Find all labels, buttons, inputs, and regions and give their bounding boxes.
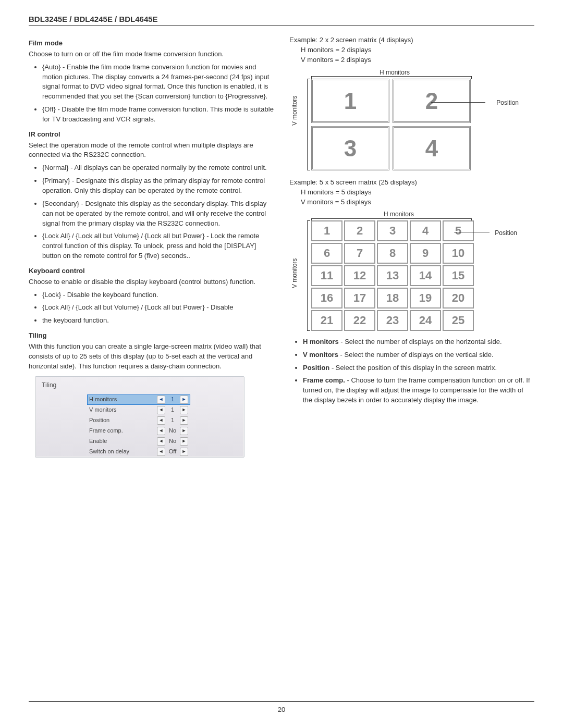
matrix-cell: 17 [344, 288, 375, 309]
text: / [139, 232, 145, 240]
tiling-osd-menu: Tiling H monitors◄1►V monitors◄1►Positio… [35, 376, 244, 457]
arrow-right-icon[interactable]: ► [180, 396, 188, 404]
right-column: Example: 2 x 2 screen matrix (4 displays… [289, 33, 534, 458]
matrix-cell: 25 [443, 310, 474, 331]
matrix-cell: 4 [393, 126, 471, 170]
matrix-cell: 24 [410, 310, 441, 331]
osd-row-label: V monitors [89, 406, 157, 414]
matrix-cell: 3 [377, 220, 408, 241]
document-page: BDL3245E / BDL4245E / BDL4645E Film mode… [0, 0, 563, 728]
matrix-cell: 8 [377, 243, 408, 264]
text: / [70, 303, 76, 311]
keyboard-control-title: Keyboard control [29, 266, 274, 276]
arrow-left-icon[interactable]: ◄ [157, 437, 165, 446]
osd-row-content: Switch on delay◄Off► [88, 447, 190, 456]
osd-row-content: Enable◄No► [88, 437, 190, 446]
osd-row-content: V monitors◄1► [88, 405, 190, 415]
matrix-cell: 11 [311, 265, 342, 286]
list-item: {Auto} - Enable the film mode frame conv… [42, 63, 274, 102]
list-item: {Secondary} - Designate this display as … [42, 199, 274, 229]
list-item: {Normal} - All displays can be operated … [42, 163, 274, 173]
arrow-right-icon[interactable]: ► [180, 448, 188, 456]
osd-row: Enable◄No► [35, 436, 244, 447]
position-label: Position [496, 98, 519, 107]
example-5x5-heading: Example: 5 x 5 screen matrix (25 display… [289, 178, 534, 188]
list-item: {Lock All} / {Lock all but Volume} / {Lo… [42, 303, 274, 313]
osd-row: Frame comp.◄No► [35, 426, 244, 436]
matrix-cell: 19 [410, 288, 441, 309]
arrow-left-icon[interactable]: ◄ [157, 448, 165, 456]
text: - Select the number of displays on the h… [339, 338, 502, 346]
term-frame-comp: Frame comp. [303, 376, 345, 384]
display-button: DISPLAY [226, 242, 254, 250]
bracket-vertical [307, 79, 310, 170]
arrow-left-icon[interactable]: ◄ [157, 396, 165, 404]
text: - Designate this display as the primary … [42, 177, 265, 194]
arrow-left-icon[interactable]: ◄ [157, 416, 165, 425]
arrow-right-icon[interactable]: ► [180, 427, 188, 435]
osd-row: Switch on delay◄Off► [35, 447, 244, 457]
position-line [454, 232, 489, 232]
tiling-title: Tiling [29, 331, 274, 341]
osd-title: Tiling [35, 377, 244, 394]
osd-row-value: 1 [165, 406, 180, 414]
list-item: Frame comp. - Choose to turn the frame c… [303, 376, 534, 405]
example-5x5-v: V monitors = 5 displays [301, 198, 534, 207]
option-lock-all: {Lock All} [42, 232, 70, 240]
matrix-cell: 7 [344, 243, 375, 264]
position-line [431, 102, 485, 103]
matrix-cell: 18 [377, 288, 408, 309]
osd-row-label: Enable [89, 437, 157, 446]
arrow-right-icon[interactable]: ► [180, 416, 188, 425]
text: function to [190, 92, 225, 100]
matrix-cell: 13 [377, 265, 408, 286]
bracket-vertical [307, 220, 310, 331]
list-item: {Lock All} / {Lock all but Volume} / {Lo… [42, 231, 274, 261]
position-label: Position [495, 229, 517, 238]
matrix-cell: 4 [410, 220, 441, 241]
text: sets of this display ( [87, 352, 149, 360]
osd-row-content: H monitors◄1► [88, 395, 190, 404]
arrow-left-icon[interactable]: ◄ [157, 427, 165, 435]
text: the keyboard function. [42, 316, 109, 324]
matrix-cell: 12 [344, 265, 375, 286]
matrix-cell: 2 [344, 220, 375, 241]
matrix-2x2-diagram: H monitors V monitors 1234 Position [296, 68, 483, 170]
option-auto: {Auto} [42, 63, 60, 71]
text: . [266, 92, 268, 100]
film-mode-intro: Choose to turn on or off the film mode f… [29, 50, 274, 59]
text: {Scan conversion} [136, 92, 190, 100]
osd-row: H monitors◄1► [35, 394, 244, 405]
option-primary: {Primary} [42, 177, 70, 184]
term-h-monitors: H monitors [303, 338, 339, 346]
model-header: BDL3245E / BDL4245E / BDL4645E [29, 15, 534, 26]
arrow-left-icon[interactable]: ◄ [157, 406, 165, 414]
term-v-monitors: V monitors [303, 351, 338, 359]
osd-row-value: No [165, 437, 180, 446]
matrix-cell: 1 [311, 79, 389, 123]
osd-row: Position◄1► [35, 415, 244, 426]
example-5x5-h: H monitors = 5 displays [301, 188, 534, 198]
arrow-right-icon[interactable]: ► [180, 437, 188, 446]
text: / [70, 232, 76, 240]
osd-row-label: Position [89, 416, 157, 425]
text: - Select the number of displays on the v… [338, 351, 494, 359]
matrix-cell: 16 [311, 288, 342, 309]
option-lock: {Lock} [42, 291, 61, 299]
matrix-cell: 5 [443, 220, 474, 241]
list-item: {Off} - Disable the film mode frame conv… [42, 105, 274, 125]
option-secondary: {Secondary} [42, 200, 79, 207]
left-column: Film mode Choose to turn on or off the f… [29, 33, 274, 458]
page-number: 20 [0, 706, 563, 713]
text: - Disable [205, 303, 234, 311]
v-monitors-label: V monitors [290, 95, 299, 125]
arrow-right-icon[interactable]: ► [180, 406, 188, 414]
option-lock-power: {Lock all but Power} [145, 303, 205, 311]
matrix-cell: 9 [410, 243, 441, 264]
osd-row-value: Off [165, 448, 180, 456]
osd-row-content: Position◄1► [88, 416, 190, 425]
option-lock-volume: {Lock all but Volume} [76, 232, 139, 240]
text: 25 [80, 352, 87, 360]
text: - Disable the film mode frame conversion… [42, 105, 274, 123]
ir-control-intro: Select the operation mode of the remote … [29, 141, 274, 161]
